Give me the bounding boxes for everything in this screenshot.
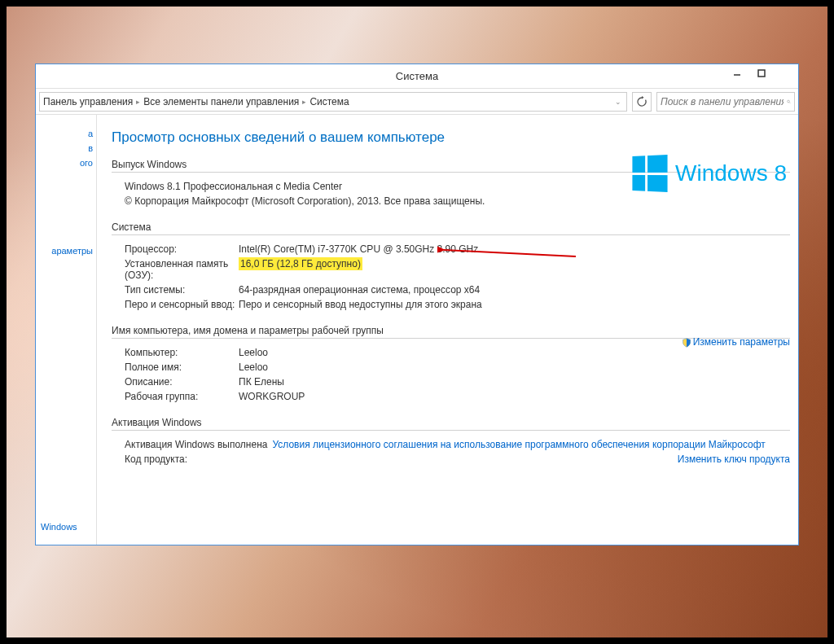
cpu-label: Процессор:	[125, 243, 239, 255]
windows8-logo-text: Windows 8	[675, 160, 787, 186]
cpu-value: Intel(R) Core(TM) i7-3770K CPU @ 3.50GHz…	[239, 243, 790, 255]
product-key-label: Код продукта:	[125, 453, 187, 465]
address-bar: Панель управления ▸ Все элементы панели …	[36, 89, 798, 115]
change-settings-link[interactable]: Изменить параметры	[693, 336, 790, 348]
systype-label: Тип системы:	[125, 284, 239, 296]
sidebar-item[interactable]: в	[36, 141, 96, 156]
breadcrumb-item[interactable]: Все элементы панели управления	[143, 96, 299, 107]
svg-line-3	[789, 102, 790, 103]
windows-logo-icon	[632, 155, 667, 192]
breadcrumb-item[interactable]: Система	[309, 96, 349, 107]
chevron-right-icon: ▸	[302, 98, 306, 106]
svg-point-2	[788, 100, 790, 103]
ram-value: 16,0 ГБ (12,8 ГБ доступно)	[239, 258, 790, 281]
desc-value: ПК Елены	[239, 376, 790, 388]
minimize-button[interactable]	[725, 64, 749, 82]
breadcrumb[interactable]: Панель управления ▸ Все элементы панели …	[39, 92, 627, 112]
desc-label: Описание:	[125, 376, 239, 388]
system-window: Система Панель управления ▸ Все элементы…	[35, 64, 799, 545]
comp-name-value: Leeloo	[239, 347, 790, 358]
section-header-system: Система	[112, 221, 790, 235]
search-icon	[787, 96, 791, 107]
section-header-activation: Активация Windows	[112, 417, 790, 431]
content-area: а в ого араметры Windows Просмотр основн…	[36, 115, 798, 545]
page-title: Просмотр основных сведений о вашем компь…	[112, 129, 790, 146]
window-title: Система	[396, 70, 438, 82]
copyright: © Корпорация Майкрософт (Microsoft Corpo…	[125, 194, 790, 208]
activation-status: Активация Windows выполнена	[125, 439, 267, 450]
computer-body: Компьютер: Leeloo Полное имя: Leeloo Опи…	[112, 345, 790, 404]
sidebar-item[interactable]: араметры	[36, 243, 96, 258]
maximize-button[interactable]	[749, 64, 774, 82]
comp-name-label: Компьютер:	[125, 347, 239, 358]
change-key-link[interactable]: Изменить ключ продукта	[678, 453, 790, 465]
sidebar-item[interactable]: а	[36, 126, 96, 141]
full-name-value: Leeloo	[239, 361, 790, 373]
sidebar-item[interactable]: ого	[36, 156, 96, 170]
sidebar: а в ого араметры Windows	[36, 115, 97, 545]
close-button[interactable]	[774, 64, 798, 82]
activation-body: Активация Windows выполнена Условия лице…	[112, 437, 790, 467]
svg-rect-1	[758, 70, 765, 77]
ram-label: Установленная память (ОЗУ):	[125, 258, 239, 281]
window-controls	[725, 64, 798, 82]
change-settings-link-wrap: Изменить параметры	[682, 336, 790, 348]
workgroup-value: WORKGROUP	[239, 391, 790, 402]
search-input[interactable]	[661, 96, 784, 107]
breadcrumb-item[interactable]: Панель управления	[43, 96, 133, 107]
chevron-right-icon: ▸	[136, 98, 140, 106]
main-panel: Просмотр основных сведений о вашем компь…	[97, 115, 798, 545]
workgroup-label: Рабочая группа:	[125, 391, 239, 402]
system-body: Процессор: Intel(R) Core(TM) i7-3770K CP…	[112, 242, 790, 312]
ram-highlight: 16,0 ГБ (12,8 ГБ доступно)	[239, 257, 362, 270]
windows8-logo: Windows 8	[631, 156, 787, 191]
systype-value: 64-разрядная операционная система, проце…	[239, 284, 790, 296]
shield-icon	[682, 338, 691, 348]
refresh-button[interactable]	[632, 92, 652, 112]
full-name-label: Полное имя:	[125, 361, 239, 373]
license-terms-link[interactable]: Условия лицензионного соглашения на испо…	[272, 439, 765, 450]
titlebar[interactable]: Система	[36, 64, 798, 89]
chevron-down-icon[interactable]: ⌄	[610, 98, 626, 106]
pen-value: Перо и сенсорный ввод недоступны для это…	[239, 299, 790, 310]
search-box[interactable]	[656, 92, 795, 112]
pen-label: Перо и сенсорный ввод:	[125, 299, 239, 310]
sidebar-item-windows[interactable]: Windows	[41, 522, 77, 532]
